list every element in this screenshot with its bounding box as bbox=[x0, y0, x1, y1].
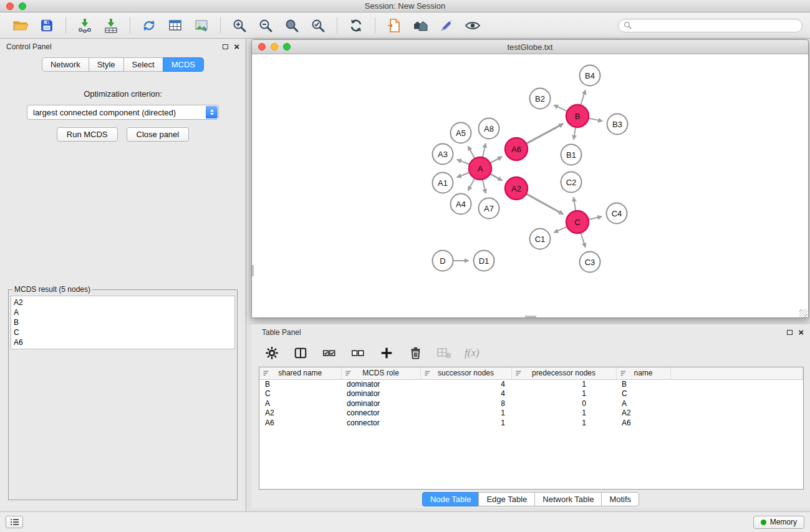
open-session-button[interactable] bbox=[11, 16, 31, 36]
mcds-result-item[interactable]: A bbox=[14, 307, 232, 317]
column-select-button[interactable] bbox=[292, 345, 309, 361]
new-table-button[interactable] bbox=[165, 16, 185, 36]
tab-style[interactable]: Style bbox=[89, 57, 124, 72]
graph-node-A7[interactable]: A7 bbox=[479, 198, 499, 219]
graph-node-B3[interactable]: B3 bbox=[607, 114, 628, 135]
graph-node-C1[interactable]: C1 bbox=[530, 229, 551, 249]
edge-A-A4[interactable] bbox=[468, 178, 475, 191]
graph-node-C2[interactable]: C2 bbox=[561, 172, 582, 193]
tab-edge-table[interactable]: Edge Table bbox=[478, 492, 535, 506]
tab-node-table[interactable]: Node Table bbox=[422, 492, 480, 506]
export-image-button[interactable] bbox=[191, 16, 211, 36]
mcds-result-item[interactable]: C bbox=[14, 327, 232, 337]
graph-node-B2[interactable]: B2 bbox=[530, 89, 551, 109]
new-network-button[interactable] bbox=[139, 16, 159, 36]
add-row-button[interactable] bbox=[378, 345, 395, 361]
search-input[interactable] bbox=[635, 21, 797, 30]
graph-node-C4[interactable]: C4 bbox=[607, 203, 627, 224]
graph-node-A2[interactable]: A2 bbox=[505, 177, 528, 200]
zoom-fit-button[interactable] bbox=[282, 16, 302, 36]
edge-A-A5[interactable] bbox=[468, 147, 475, 159]
edge-A-A2[interactable] bbox=[490, 174, 502, 181]
mcds-result-item[interactable]: A6 bbox=[14, 337, 232, 347]
import-table-button[interactable] bbox=[101, 16, 121, 36]
column-header-successor-nodes[interactable]: successor nodes bbox=[420, 367, 511, 379]
annotations-button[interactable] bbox=[436, 16, 456, 36]
save-session-button[interactable] bbox=[37, 16, 57, 36]
table-row[interactable]: Bdominator41B bbox=[259, 379, 803, 389]
zoom-selected-button[interactable] bbox=[308, 16, 328, 36]
edge-A6-B[interactable] bbox=[526, 123, 563, 143]
float-panel-icon[interactable] bbox=[223, 44, 228, 49]
graph-node-D1[interactable]: D1 bbox=[474, 251, 494, 271]
table-settings-button[interactable] bbox=[264, 345, 280, 361]
function-builder-button[interactable]: f(x) bbox=[465, 347, 480, 359]
edge-C-C3[interactable] bbox=[581, 233, 585, 247]
tab-select[interactable]: Select bbox=[123, 57, 163, 72]
run-mcds-button[interactable]: Run MCDS bbox=[57, 127, 118, 142]
column-header-shared-name[interactable]: shared name bbox=[259, 367, 341, 379]
graph-node-A4[interactable]: A4 bbox=[451, 194, 471, 215]
zoom-out-button[interactable] bbox=[256, 16, 276, 36]
graph-node-A6[interactable]: A6 bbox=[505, 138, 528, 160]
edge-A-A7[interactable] bbox=[483, 180, 486, 193]
column-header-MCDS-role[interactable]: MCDS role bbox=[341, 367, 420, 379]
command-panel-button[interactable] bbox=[384, 16, 404, 36]
select-all-button[interactable] bbox=[321, 345, 337, 361]
edge-C-C2[interactable] bbox=[574, 197, 576, 211]
graph-node-B4[interactable]: B4 bbox=[580, 65, 600, 86]
close-window-button[interactable] bbox=[6, 2, 14, 10]
close-panel-button[interactable]: Close panel bbox=[127, 127, 190, 142]
close-network-window-button[interactable] bbox=[258, 43, 266, 51]
memory-button[interactable]: Memory bbox=[753, 516, 804, 529]
task-history-button[interactable] bbox=[6, 516, 23, 528]
column-header-name[interactable]: name bbox=[616, 367, 670, 379]
home-button[interactable] bbox=[410, 16, 430, 36]
close-panel-icon[interactable]: × bbox=[234, 44, 239, 50]
column-header-predecessor-nodes[interactable]: predecessor nodes bbox=[511, 367, 616, 379]
close-table-panel-icon[interactable]: × bbox=[798, 329, 804, 336]
tab-network-table[interactable]: Network Table bbox=[534, 492, 602, 506]
apply-to-grid-button[interactable] bbox=[436, 345, 452, 361]
edge-B-B4[interactable] bbox=[581, 90, 586, 105]
edge-C-C1[interactable] bbox=[554, 226, 567, 233]
network-canvas[interactable]: B4B2BB3A5A8A6B1A3AA1C2A2A4A7C4CC1C3DD1 bbox=[252, 54, 808, 317]
tab-mcds[interactable]: MCDS bbox=[163, 57, 204, 72]
table-row[interactable]: Adominator80A bbox=[259, 399, 803, 409]
criterion-dropdown[interactable]: largest connected component (directed) bbox=[27, 105, 219, 120]
table-row[interactable]: Cdominator41C bbox=[259, 389, 803, 399]
delete-row-button[interactable] bbox=[407, 345, 423, 361]
zoom-window-button[interactable] bbox=[19, 2, 26, 10]
edge-A-A1[interactable] bbox=[457, 172, 470, 177]
minimize-network-window-button[interactable] bbox=[271, 43, 278, 51]
horizontal-scroll-indicator[interactable] bbox=[525, 316, 536, 317]
resize-grip[interactable] bbox=[799, 309, 808, 317]
graph-node-C3[interactable]: C3 bbox=[580, 252, 600, 273]
edge-C-C4[interactable] bbox=[589, 216, 602, 220]
mcds-result-item[interactable]: A2 bbox=[14, 297, 232, 307]
mcds-result-item[interactable]: B bbox=[14, 317, 232, 327]
network-canvas-container[interactable]: B4B2BB3A5A8A6B1A3AA1C2A2A4A7C4CC1C3DD1 bbox=[252, 54, 808, 317]
graph-node-A3[interactable]: A3 bbox=[433, 144, 453, 165]
edge-B-B1[interactable] bbox=[574, 127, 576, 140]
graph-node-D[interactable]: D bbox=[433, 251, 453, 271]
search-box[interactable] bbox=[618, 19, 803, 32]
edge-A2-C[interactable] bbox=[526, 194, 563, 215]
tab-network[interactable]: Network bbox=[42, 57, 89, 72]
apply-layout-button[interactable] bbox=[346, 16, 366, 36]
mcds-result-list[interactable]: A2ABCA6 bbox=[11, 296, 235, 349]
edge-A-A8[interactable] bbox=[483, 143, 486, 157]
graph-node-B1[interactable]: B1 bbox=[561, 145, 582, 165]
zoom-in-button[interactable] bbox=[229, 16, 249, 36]
tab-motifs[interactable]: Motifs bbox=[601, 492, 639, 506]
edge-B-B2[interactable] bbox=[554, 105, 567, 111]
unselect-all-button[interactable] bbox=[350, 345, 366, 361]
edge-A-A3[interactable] bbox=[457, 160, 470, 165]
vertical-scroll-indicator[interactable] bbox=[252, 265, 254, 276]
show-hide-button[interactable] bbox=[463, 16, 483, 36]
zoom-network-window-button[interactable] bbox=[283, 43, 291, 51]
graph-node-B[interactable]: B bbox=[566, 105, 589, 127]
table-row[interactable]: A2connector11A2 bbox=[259, 409, 803, 418]
graph-node-A8[interactable]: A8 bbox=[479, 118, 499, 139]
edge-A-A6[interactable] bbox=[490, 157, 502, 163]
